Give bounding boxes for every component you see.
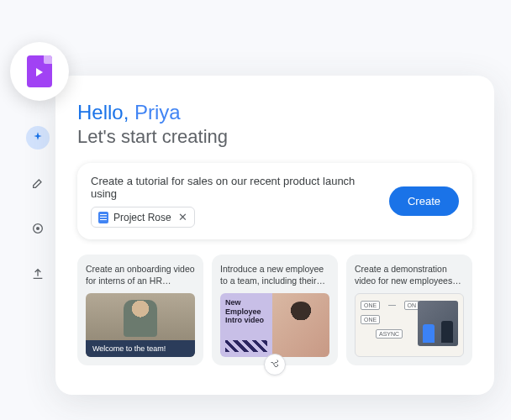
greeting-name: Priya (134, 101, 181, 123)
close-icon[interactable]: ✕ (178, 211, 187, 223)
suggestion-card[interactable]: Create a demonstration video for new emp… (346, 255, 472, 365)
suggestion-title: Create an onboarding video for interns o… (86, 263, 195, 286)
greeting-hello: Hello, (77, 101, 129, 123)
prompt-text[interactable]: Create a tutorial for sales on our recen… (91, 175, 379, 200)
suggestion-card[interactable]: Introduce a new employee to a team, incl… (212, 255, 338, 365)
edit-icon (31, 176, 45, 190)
chip-label: Project Rose (113, 212, 171, 223)
sidebar-item-record[interactable] (26, 217, 50, 240)
shuffle-icon (270, 360, 280, 370)
svg-point-1 (36, 227, 40, 230)
greeting: Hello, Priya (77, 101, 472, 124)
thumbnail-text: New Employee Intro video (225, 298, 267, 324)
suggestion-title: Create a demonstration video for new emp… (355, 263, 464, 286)
sidebar-item-upload[interactable] (26, 262, 50, 286)
main-window: Hello, Priya Let's start creating Create… (55, 76, 494, 395)
app-logo (10, 42, 69, 101)
suggestion-thumbnail: ONEON ONE ASYNC (355, 293, 464, 357)
record-icon (31, 222, 45, 235)
suggestion-thumbnail: New Employee Intro video (220, 293, 329, 357)
prompt-card: Create a tutorial for sales on our recen… (77, 163, 472, 239)
sidebar-item-spark[interactable] (26, 126, 50, 150)
upload-icon (31, 267, 45, 281)
create-button[interactable]: Create (389, 186, 459, 216)
docs-icon (98, 212, 108, 223)
suggestions-row: Create an onboarding video for interns o… (77, 255, 472, 365)
attachment-chip[interactable]: Project Rose ✕ (91, 207, 195, 228)
sidebar-item-edit[interactable] (26, 171, 50, 195)
shuffle-button[interactable] (264, 354, 286, 375)
suggestion-title: Introduce a new employee to a team, incl… (220, 263, 329, 286)
spark-icon (31, 131, 45, 144)
suggestion-thumbnail: Welcome to the team! (86, 293, 195, 357)
sidebar (25, 126, 50, 286)
greeting-subtitle: Let's start creating (77, 126, 472, 148)
thumbnail-banner: Welcome to the team! (86, 340, 195, 357)
suggestion-card[interactable]: Create an onboarding video for interns o… (77, 255, 203, 365)
